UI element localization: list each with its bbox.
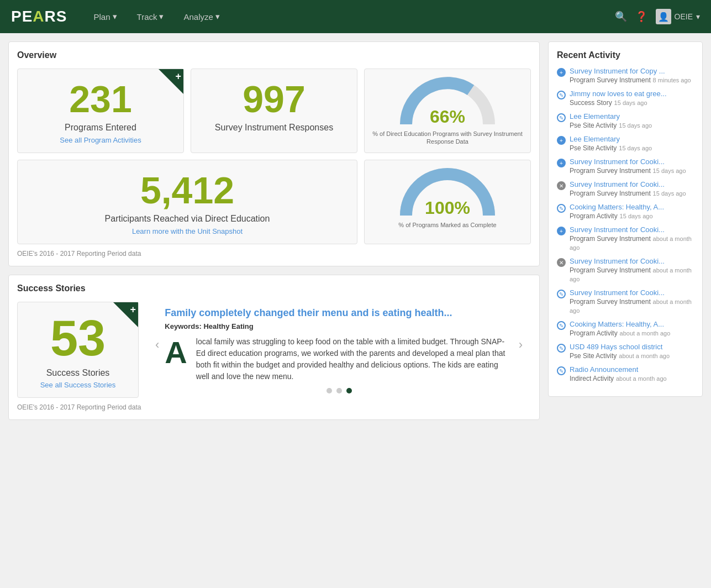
chevron-down-icon: ▾ bbox=[113, 12, 117, 22]
recent-activity-card: Recent Activity + Survey Instrument for … bbox=[548, 41, 703, 397]
activity-type-icon: + bbox=[557, 159, 566, 167]
activity-link[interactable]: Radio Announcement bbox=[570, 365, 667, 374]
activity-time: 15 days ago bbox=[614, 99, 647, 106]
stories-count-card: + 53 Success Stories See all Success Sto… bbox=[17, 302, 139, 398]
activity-time: 15 days ago bbox=[620, 213, 653, 219]
activity-content: Survey Instrument for Cooki... Program S… bbox=[570, 158, 686, 175]
activity-item: ✎ Cooking Matters: Healthy, A... Program… bbox=[557, 203, 694, 220]
add-stories-icon[interactable]: + bbox=[130, 305, 136, 314]
activity-type-icon: ✎ bbox=[557, 344, 566, 353]
activity-content: Jimmy now loves to eat gree... Success S… bbox=[570, 90, 667, 107]
activity-link[interactable]: Lee Elementary bbox=[570, 112, 652, 120]
main-layout: Overview + 231 Programs Entered See all … bbox=[0, 33, 711, 428]
activity-content: Lee Elementary Pse Site Activity 15 days… bbox=[570, 112, 652, 129]
activity-item: ✎ Survey Instrument for Cooki... Program… bbox=[557, 288, 694, 314]
gauge1-container: 66% bbox=[398, 75, 497, 127]
activity-item: ✎ Radio Announcement Indirect Activity a… bbox=[557, 365, 694, 382]
participants-card: 5,412 Participants Reached via Direct Ed… bbox=[17, 160, 357, 244]
activity-link[interactable]: Lee Elementary bbox=[570, 135, 652, 143]
activity-link[interactable]: Survey Instrument for Copy ... bbox=[570, 67, 691, 75]
add-icon[interactable]: + bbox=[175, 71, 181, 81]
help-icon[interactable]: ❓ bbox=[635, 11, 647, 23]
survey-responses-label: Survey Instrument Responses bbox=[199, 122, 349, 134]
activity-link[interactable]: Jimmy now loves to eat gree... bbox=[570, 90, 667, 98]
activity-time: about a month ago bbox=[616, 375, 667, 382]
gauge2-label: % of Programs Marked as Complete bbox=[370, 221, 525, 229]
gauge2-container: 100% bbox=[398, 166, 497, 218]
activity-content: Cooking Matters: Healthy, A... Program A… bbox=[570, 203, 664, 220]
activity-content: USD 489 Hays school district Pse Site Ac… bbox=[570, 343, 670, 360]
activity-type-label: Pse Site Activity bbox=[570, 122, 617, 129]
activity-type-icon: ✎ bbox=[557, 321, 566, 330]
story-next-button[interactable]: › bbox=[516, 335, 525, 355]
activity-content: Survey Instrument for Cooki... Program S… bbox=[570, 257, 694, 283]
activity-link[interactable]: Survey Instrument for Cooki... bbox=[570, 158, 686, 166]
activity-link[interactable]: Survey Instrument for Cooki... bbox=[570, 288, 694, 297]
story-dots bbox=[152, 388, 525, 393]
nav-plan[interactable]: Plan ▾ bbox=[89, 9, 122, 24]
activity-type-label: Program Survey Instrument bbox=[570, 167, 651, 175]
programs-entered-number: 231 bbox=[26, 80, 175, 118]
activity-link[interactable]: USD 489 Hays school district bbox=[570, 343, 670, 351]
story-keywords: Keywords: Healthy Eating bbox=[165, 322, 513, 330]
activity-content: Survey Instrument for Cooki... Program S… bbox=[570, 225, 694, 251]
activity-time: 15 days ago bbox=[653, 167, 686, 174]
activity-type-icon: ✎ bbox=[557, 91, 566, 99]
activity-item: ✎ Jimmy now loves to eat gree... Success… bbox=[557, 90, 694, 107]
activity-type-label: Program Survey Instrument bbox=[570, 190, 651, 197]
activity-item: ✎ USD 489 Hays school district Pse Site … bbox=[557, 343, 694, 360]
activity-link[interactable]: Cooking Matters: Healthy, A... bbox=[570, 203, 664, 211]
stories-grid: + 53 Success Stories See all Success Sto… bbox=[17, 302, 531, 398]
nav-analyze[interactable]: Analyze ▾ bbox=[179, 9, 224, 24]
gauge1-label: % of Direct Education Programs with Surv… bbox=[370, 130, 525, 146]
overview-title: Overview bbox=[17, 50, 531, 60]
activity-item: + Lee Elementary Pse Site Activity 15 da… bbox=[557, 135, 694, 152]
navbar: PEARS Plan ▾ Track ▾ Analyze ▾ 🔍 ❓ 👤 OEI… bbox=[0, 0, 711, 33]
story-preview: ‹ Family completely changed their menu a… bbox=[147, 302, 531, 398]
activity-type-icon: + bbox=[557, 227, 566, 235]
participants-label: Participants Reached via Direct Educatio… bbox=[26, 213, 349, 225]
story-dot-1[interactable] bbox=[326, 388, 332, 393]
search-icon[interactable]: 🔍 bbox=[615, 11, 627, 23]
activity-type-icon: ✎ bbox=[557, 366, 566, 375]
activity-type-label: Program Survey Instrument bbox=[570, 298, 651, 306]
right-panel: Recent Activity + Survey Instrument for … bbox=[548, 41, 703, 420]
activity-link[interactable]: Survey Instrument for Cooki... bbox=[570, 180, 686, 188]
avatar: 👤 bbox=[656, 9, 671, 24]
activity-type-icon: ✎ bbox=[557, 113, 566, 122]
story-dot-3[interactable] bbox=[346, 388, 352, 393]
activity-type-icon: + bbox=[557, 68, 566, 77]
survey-responses-number: 997 bbox=[199, 80, 349, 118]
activity-list: + Survey Instrument for Copy ... Program… bbox=[557, 67, 694, 382]
brand-logo: PEARS bbox=[11, 8, 67, 25]
activity-type-label: Indirect Activity bbox=[570, 375, 614, 382]
activity-link[interactable]: Survey Instrument for Cooki... bbox=[570, 257, 694, 265]
story-title[interactable]: Family completely changed their menu and… bbox=[165, 307, 513, 319]
activity-content: Cooking Matters: Healthy, A... Program A… bbox=[570, 320, 670, 337]
activity-type-label: Program Survey Instrument bbox=[570, 235, 651, 243]
programs-link[interactable]: See all Program Activities bbox=[26, 136, 175, 144]
story-dot-2[interactable] bbox=[336, 388, 342, 393]
gauge2-percent: 100% bbox=[425, 198, 470, 218]
activity-content: Survey Instrument for Cooki... Program S… bbox=[570, 288, 694, 314]
activity-type-icon: ✎ bbox=[557, 204, 566, 213]
user-menu[interactable]: 👤 OEIE ▾ bbox=[656, 9, 700, 24]
participants-link[interactable]: Learn more with the Unit Snapshot bbox=[26, 227, 349, 235]
activity-item: ✎ Lee Elementary Pse Site Activity 15 da… bbox=[557, 112, 694, 129]
story-prev-button[interactable]: ‹ bbox=[152, 335, 162, 355]
activity-type-label: Program Survey Instrument bbox=[570, 266, 651, 274]
gauge1-percent: 66% bbox=[430, 107, 465, 127]
participants-number: 5,412 bbox=[26, 171, 349, 209]
activity-item: ✕ Survey Instrument for Cooki... Program… bbox=[557, 180, 694, 197]
programs-entered-card: + 231 Programs Entered See all Program A… bbox=[17, 69, 184, 153]
activity-link[interactable]: Survey Instrument for Cooki... bbox=[570, 225, 694, 234]
activity-link[interactable]: Cooking Matters: Healthy, A... bbox=[570, 320, 670, 328]
activity-time: about a month ago bbox=[619, 353, 670, 359]
recent-activity-title: Recent Activity bbox=[557, 50, 694, 60]
activity-type-icon: + bbox=[557, 136, 566, 145]
story-body: A local family was struggling to keep fo… bbox=[165, 336, 513, 382]
gauge2-card: 100% % of Programs Marked as Complete bbox=[364, 160, 531, 244]
story-nav: ‹ Family completely changed their menu a… bbox=[152, 307, 525, 382]
nav-track[interactable]: Track ▾ bbox=[133, 9, 168, 24]
stories-link[interactable]: See all Success Stories bbox=[26, 381, 130, 389]
